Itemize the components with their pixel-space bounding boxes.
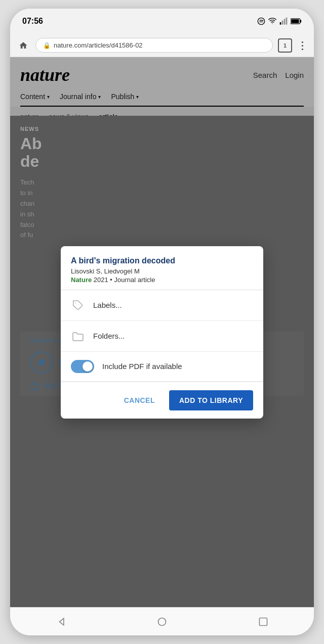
url-text: nature.com/articles/d41586-02 [54, 41, 143, 49]
folder-icon [71, 329, 85, 343]
recent-apps-button[interactable] [253, 612, 273, 632]
pdf-toggle[interactable] [71, 360, 94, 373]
signal-icon [279, 17, 288, 25]
modal-overlay: A bird's migration decoded Lisovski S, L… [10, 57, 314, 607]
svg-rect-11 [260, 618, 267, 625]
label-icon [71, 298, 85, 312]
modal-box: A bird's migration decoded Lisovski S, L… [61, 246, 263, 419]
modal-actions: CANCEL ADD TO LIBRARY [61, 382, 263, 419]
pdf-toggle-row[interactable]: Include PDF if available [61, 352, 263, 382]
page-content: nature Search Login Content ▾ Journal in… [10, 57, 314, 607]
home-button[interactable] [152, 612, 172, 632]
modal-type: Journal article [114, 276, 155, 284]
modal-authors: Lisovski S, Liedvogel M [71, 267, 253, 275]
svg-rect-2 [282, 21, 284, 25]
cancel-button[interactable]: CANCEL [118, 392, 161, 408]
browser-chrome: 🔒 nature.com/articles/d41586-02 1 ⋮ [10, 34, 314, 57]
labels-row[interactable]: Labels... [61, 290, 263, 321]
wifi-icon [268, 17, 276, 25]
svg-point-0 [258, 18, 264, 24]
modal-separator: • [110, 276, 114, 284]
tab-count-button[interactable]: 1 [278, 38, 292, 53]
lock-icon: 🔒 [43, 42, 51, 49]
folders-row[interactable]: Folders... [61, 321, 263, 352]
status-icons [257, 17, 302, 25]
svg-rect-6 [300, 20, 302, 22]
modal-title: A bird's migration decoded [71, 256, 253, 265]
labels-label: Labels... [93, 301, 253, 309]
svg-point-10 [158, 618, 166, 625]
modal-meta: Nature 2021 • Journal article [71, 276, 253, 284]
modal-year: 2021 [94, 276, 108, 284]
folders-label: Folders... [93, 332, 253, 340]
pdf-option-label: Include PDF if available [102, 362, 253, 371]
modal-journal: Nature [71, 276, 92, 284]
url-bar[interactable]: 🔒 nature.com/articles/d41586-02 [35, 38, 273, 53]
svg-rect-4 [286, 18, 288, 25]
add-to-library-button[interactable]: ADD TO LIBRARY [169, 390, 253, 410]
spotify-icon [257, 17, 265, 25]
battery-icon [291, 18, 302, 24]
browser-menu-button[interactable]: ⋮ [297, 39, 308, 52]
home-button[interactable] [16, 38, 30, 53]
bottom-nav [10, 607, 314, 635]
svg-marker-9 [60, 618, 64, 625]
status-time: 07:56 [22, 17, 43, 26]
back-button[interactable] [51, 612, 71, 632]
status-bar: 07:56 [10, 9, 314, 34]
modal-header: A bird's migration decoded Lisovski S, L… [61, 246, 263, 290]
svg-rect-7 [291, 19, 299, 23]
svg-rect-1 [280, 22, 281, 25]
svg-rect-3 [284, 19, 286, 24]
